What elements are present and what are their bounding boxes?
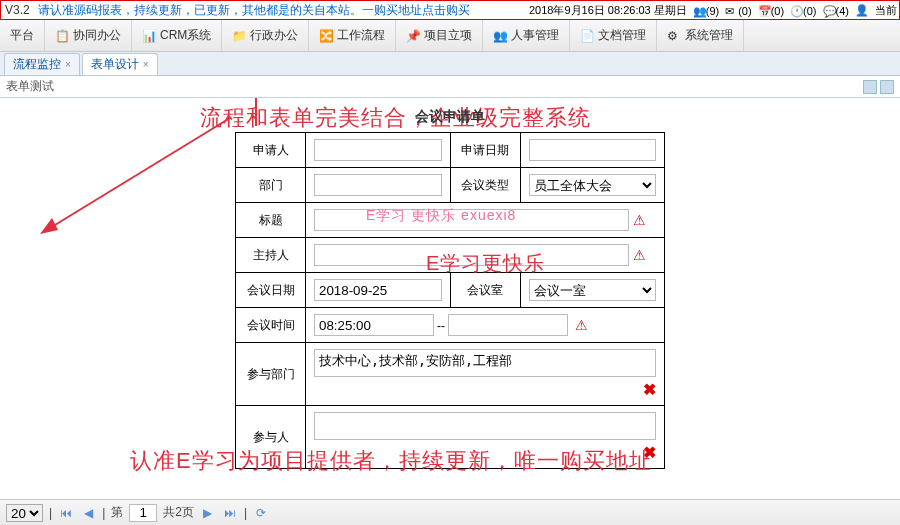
arrow-1: [6, 98, 266, 146]
label-meet-room: 会议室: [450, 273, 520, 308]
prev-page-button[interactable]: ◀: [80, 505, 96, 521]
current-label: 当前: [875, 3, 897, 18]
label-dept: 部门: [236, 168, 306, 203]
page-input[interactable]: [129, 504, 157, 522]
label-meet-date: 会议日期: [236, 273, 306, 308]
host-input[interactable]: [314, 244, 629, 266]
hr-icon: 👥: [493, 29, 507, 43]
page-label: 第: [111, 504, 123, 521]
min-icon[interactable]: [863, 80, 877, 94]
top-notice[interactable]: 请认准源码报表，持续更新，已更新，其他都是的关自本站。一购买地址点击购买: [38, 2, 470, 19]
join-person-textarea[interactable]: [314, 412, 656, 440]
nav-project[interactable]: 📌项目立项: [396, 20, 483, 51]
tab-flow-monitor[interactable]: 流程监控×: [4, 53, 80, 75]
label-apply-date: 申请日期: [450, 133, 520, 168]
docs-icon: 📄: [580, 29, 594, 43]
tab-form-design[interactable]: 表单设计×: [82, 53, 158, 75]
sub-tabs: 流程监控× 表单设计×: [0, 52, 900, 76]
stat-chat[interactable]: 💬(4): [823, 5, 849, 17]
page-size-select[interactable]: 20: [6, 504, 43, 522]
nav-platform[interactable]: 平台: [0, 20, 45, 51]
title-input[interactable]: [314, 209, 629, 231]
nav-oa[interactable]: 📋协同办公: [45, 20, 132, 51]
svg-marker-3: [40, 218, 58, 234]
max-icon[interactable]: [880, 80, 894, 94]
arrow-2: [30, 108, 240, 238]
crm-icon: 📊: [142, 29, 156, 43]
svg-line-2: [50, 118, 230, 228]
delete-icon[interactable]: ✖: [643, 443, 656, 462]
system-icon: ⚙: [667, 29, 681, 43]
nav-workflow[interactable]: 🔀工作流程: [309, 20, 396, 51]
label-meet-type: 会议类型: [450, 168, 520, 203]
sep: |: [244, 506, 247, 520]
crumb-text: 表单测试: [6, 78, 54, 95]
applicant-input[interactable]: [314, 139, 442, 161]
label-title: 标题: [236, 203, 306, 238]
apply-date-input[interactable]: [529, 139, 657, 161]
user-icon-2[interactable]: 👤: [855, 4, 869, 17]
label-join-dept: 参与部门: [236, 343, 306, 406]
nav-hr[interactable]: 👥人事管理: [483, 20, 570, 51]
label-host: 主持人: [236, 238, 306, 273]
datetime: 2018年9月16日 08:26:03 星期日: [529, 3, 687, 18]
label-meet-time: 会议时间: [236, 308, 306, 343]
form-table: 申请人 申请日期 部门 会议类型 员工全体大会 标题 ⚠ E学习 更快乐 exu…: [235, 132, 665, 469]
breadcrumb: 表单测试: [0, 76, 900, 98]
sep: |: [102, 506, 105, 520]
clock-icon: 🕐: [790, 5, 802, 17]
stat-cal[interactable]: 📅(0): [758, 5, 784, 17]
calendar-icon: 📅: [758, 5, 770, 17]
close-icon[interactable]: ×: [143, 59, 149, 70]
label-applicant: 申请人: [236, 133, 306, 168]
oa-icon: 📋: [55, 29, 69, 43]
meet-room-select[interactable]: 会议一室: [529, 279, 657, 301]
chat-icon: 💬: [823, 5, 835, 17]
pager: 20 | ⏮ ◀ | 第 共2页 ▶ ⏭ | ⟳: [0, 499, 900, 525]
project-icon: 📌: [406, 29, 420, 43]
form-container: 会议申请单 申请人 申请日期 部门 会议类型 员工全体大会 标题 ⚠ E学习 更…: [235, 108, 665, 469]
warning-icon: ⚠: [575, 317, 588, 333]
work-area: 流程和表单完美结合，企业级完整系统 https://www.huzhan.com…: [0, 98, 900, 498]
time-sep: --: [437, 319, 445, 333]
last-page-button[interactable]: ⏭: [222, 505, 238, 521]
mail-icon: ✉: [725, 5, 737, 17]
main-nav: 平台 📋协同办公 📊CRM系统 📁行政办公 🔀工作流程 📌项目立项 👥人事管理 …: [0, 20, 900, 52]
version-label: V3.2: [5, 3, 30, 17]
crumb-actions: [863, 80, 894, 94]
nav-system[interactable]: ⚙系统管理: [657, 20, 744, 51]
nav-docs[interactable]: 📄文档管理: [570, 20, 657, 51]
join-dept-textarea[interactable]: 技术中心,技术部,安防部,工程部: [314, 349, 656, 377]
total-pages: 共2页: [163, 504, 194, 521]
top-right-status: 2018年9月16日 08:26:03 星期日 👥(9) ✉(0) 📅(0) 🕐…: [529, 3, 897, 18]
delete-icon[interactable]: ✖: [643, 380, 656, 399]
top-bar: V3.2 请认准源码报表，持续更新，已更新，其他都是的关自本站。一购买地址点击购…: [0, 0, 900, 20]
form-title: 会议申请单: [235, 108, 665, 126]
meet-time-start-input[interactable]: [314, 314, 434, 336]
nav-admin[interactable]: 📁行政办公: [222, 20, 309, 51]
close-icon[interactable]: ×: [65, 59, 71, 70]
nav-crm[interactable]: 📊CRM系统: [132, 20, 222, 51]
warning-icon: ⚠: [633, 247, 646, 263]
stat-mail[interactable]: ✉(0): [725, 5, 751, 17]
meet-time-end-input[interactable]: [448, 314, 568, 336]
workflow-icon: 🔀: [319, 29, 333, 43]
refresh-button[interactable]: ⟳: [253, 505, 269, 521]
stat-clock[interactable]: 🕐(0): [790, 5, 816, 17]
user-icon: 👥: [693, 5, 705, 17]
next-page-button[interactable]: ▶: [200, 505, 216, 521]
stat-users[interactable]: 👥(9): [693, 5, 719, 17]
admin-icon: 📁: [232, 29, 246, 43]
dept-input[interactable]: [314, 174, 442, 196]
label-join-person: 参与人: [236, 406, 306, 469]
warning-icon: ⚠: [633, 212, 646, 228]
meet-type-select[interactable]: 员工全体大会: [529, 174, 657, 196]
sep: |: [49, 506, 52, 520]
meet-date-input[interactable]: [314, 279, 442, 301]
first-page-button[interactable]: ⏮: [58, 505, 74, 521]
